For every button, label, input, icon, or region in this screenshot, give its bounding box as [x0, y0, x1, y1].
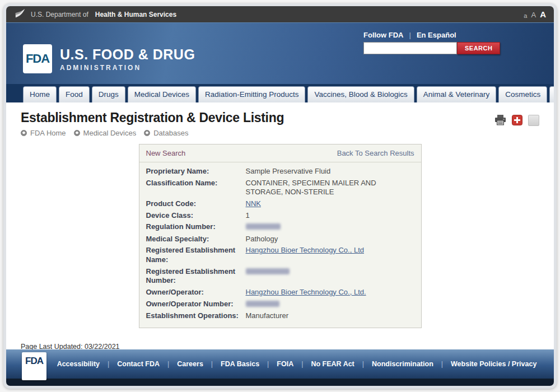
- font-size-controls: a A A: [524, 10, 546, 19]
- footer-bottom-strip: [6, 379, 554, 386]
- nav-tab-label: Food: [66, 90, 83, 99]
- hhs-label: U.S. Department of: [31, 11, 88, 18]
- breadcrumb-item[interactable]: Medical Devices: [74, 129, 137, 137]
- field-value-text[interactable]: NNK: [246, 199, 261, 208]
- footer-fda-logo[interactable]: FDA: [22, 352, 46, 380]
- breadcrumb-label: Medical Devices: [83, 129, 137, 137]
- field-value: Hangzhou Bioer Technology Co., Ltd.: [246, 288, 414, 297]
- detail-row: Registered Establishment Name: Hangzhou …: [139, 245, 421, 265]
- footer-link[interactable]: FDA Basics: [203, 360, 259, 368]
- field-value-text: [246, 268, 290, 274]
- en-espanol-link[interactable]: En Español: [404, 31, 456, 39]
- page-footnote: Page Last Updated: 03/22/2021 Note: If y…: [6, 328, 554, 349]
- field-value-text: [246, 223, 281, 230]
- breadcrumb-item[interactable]: Databases: [144, 129, 188, 137]
- field-label: Owner/Operator Number:: [146, 300, 246, 310]
- detail-row: Device Class: 1: [139, 210, 421, 222]
- field-label: Regulation Number:: [146, 222, 246, 232]
- nav-tab[interactable]: Radiation-Emitting Products: [198, 86, 305, 102]
- breadcrumb-label: FDA Home: [30, 129, 66, 137]
- nav-tab-label: Cosmetics: [505, 90, 540, 99]
- card-header: New Search Back To Search Results: [139, 144, 421, 162]
- field-value: [246, 300, 414, 310]
- nav-tab[interactable]: Cosmetics: [498, 86, 547, 102]
- nav-tab[interactable]: Home: [23, 86, 57, 102]
- field-label: Device Class:: [146, 211, 246, 221]
- nav-tab-label: Radiation-Emitting Products: [205, 90, 298, 99]
- nav-tab-label: Drugs: [99, 90, 119, 99]
- footer-link[interactable]: Careers: [160, 360, 203, 368]
- back-to-search-results-link[interactable]: Back To Search Results: [337, 149, 414, 157]
- nav-tab-label: Vaccines, Blood & Biologics: [314, 90, 407, 99]
- field-value: Pathology: [246, 235, 414, 244]
- print-icon[interactable]: [494, 115, 506, 128]
- detail-row: Product Code: NNK: [139, 198, 421, 210]
- search-input[interactable]: [363, 42, 457, 54]
- org-name: U.S. FOOD & DRUG ADMINISTRATION: [60, 46, 195, 72]
- fda-footer-bar: FDA AccessibilityContact FDACareersFDA B…: [6, 349, 554, 379]
- last-updated-text: Page Last Updated: 03/22/2021: [21, 342, 539, 349]
- breadcrumb-bullet-icon: [74, 130, 80, 136]
- device-detail-card: New Search Back To Search Results Propri…: [139, 144, 422, 328]
- breadcrumb: FDA Home Medical Devices Databases: [21, 129, 284, 137]
- page-frame: U.S. Department of Health & Human Servic…: [3, 3, 557, 389]
- footer-link[interactable]: Website Policies / Privacy: [433, 360, 537, 368]
- field-label: Registered Establishment Number:: [146, 267, 246, 286]
- fda-logo-lockup[interactable]: FDA U.S. FOOD & DRUG ADMINISTRATION: [23, 44, 195, 73]
- field-value: [246, 222, 414, 232]
- nav-tab[interactable]: Food: [59, 86, 90, 102]
- detail-row: Establishment Operations: Manufacturer: [139, 310, 421, 322]
- field-value-text[interactable]: Hangzhou Bioer Technology Co., Ltd: [246, 246, 365, 254]
- page-head-left: Establishment Registration & Device List…: [21, 110, 284, 137]
- field-value: [246, 267, 414, 286]
- detail-row: Owner/Operator: Hangzhou Bioer Technolog…: [139, 287, 421, 298]
- detail-row: Regulation Number:: [139, 221, 421, 234]
- field-value: Hangzhou Bioer Technology Co., Ltd: [246, 246, 414, 264]
- share-plus-icon[interactable]: [512, 115, 522, 128]
- bookmark-placeholder-icon[interactable]: [528, 115, 539, 126]
- nav-tab-label: Medical Devices: [134, 90, 189, 99]
- page-tools: [494, 115, 539, 137]
- follow-fda-link[interactable]: Follow FDA: [363, 31, 404, 39]
- nav-tab[interactable]: Animal & Veterinary: [417, 86, 497, 102]
- footer-link[interactable]: Accessibility: [57, 360, 100, 368]
- org-line1: U.S. FOOD & DRUG: [60, 46, 195, 63]
- field-label: Medical Specialty:: [146, 235, 246, 244]
- fda-header-banner: FDA U.S. FOOD & DRUG ADMINISTRATION Foll…: [6, 22, 554, 84]
- font-size-large-button[interactable]: A: [540, 10, 546, 19]
- search-button[interactable]: SEARCH: [457, 42, 500, 54]
- font-size-medium-button[interactable]: A: [531, 11, 536, 19]
- field-label: Proprietary Name:: [146, 167, 246, 176]
- detail-row: Classification Name: CONTAINER, SPECIMEN…: [139, 178, 421, 198]
- field-label: Product Code:: [146, 199, 246, 209]
- nav-tab[interactable]: Drugs: [92, 86, 125, 102]
- nav-tab[interactable]: Medical Devices: [128, 86, 196, 102]
- breadcrumb-label: Databases: [153, 129, 188, 137]
- field-value-text: 1: [246, 211, 250, 220]
- font-size-small-button[interactable]: a: [524, 12, 527, 19]
- footer-link[interactable]: No FEAR Act: [293, 360, 354, 368]
- field-label: Registered Establishment Name:: [146, 246, 246, 264]
- hhs-top-bar: U.S. Department of Health & Human Servic…: [6, 6, 554, 22]
- hhs-label-bold: Health & Human Services: [95, 11, 176, 18]
- field-value-text[interactable]: Hangzhou Bioer Technology Co., Ltd.: [246, 288, 366, 296]
- field-value: 1: [246, 211, 414, 221]
- field-value-text: Sample Preservative Fluid: [246, 167, 331, 175]
- footer-link[interactable]: Contact FDA: [100, 360, 160, 368]
- detail-row: Owner/Operator Number:: [139, 298, 421, 311]
- detail-row: Registered Establishment Number:: [139, 266, 421, 287]
- field-value-text: CONTAINER, SPECIMEN MAILER AND STORAGE, …: [246, 179, 376, 197]
- field-value-text: Manufacturer: [246, 311, 289, 320]
- footer-link[interactable]: FOIA: [259, 360, 293, 368]
- nav-tab[interactable]: Vaccines, Blood & Biologics: [307, 86, 414, 102]
- header-utility-links: Follow FDA En Español: [363, 31, 492, 39]
- field-label: Classification Name:: [146, 179, 246, 197]
- breadcrumb-item[interactable]: FDA Home: [21, 129, 66, 137]
- org-line2: ADMINISTRATION: [60, 64, 195, 72]
- footer-link[interactable]: Nondiscrimination: [354, 360, 433, 368]
- new-search-link[interactable]: New Search: [146, 149, 186, 157]
- field-label: Owner/Operator:: [146, 288, 246, 297]
- detail-row: Proprietary Name: Sample Preservative Fl…: [139, 166, 421, 178]
- hhs-link[interactable]: U.S. Department of Health & Human Servic…: [14, 8, 176, 21]
- nav-tab[interactable]: Tobacco Products: [549, 86, 557, 102]
